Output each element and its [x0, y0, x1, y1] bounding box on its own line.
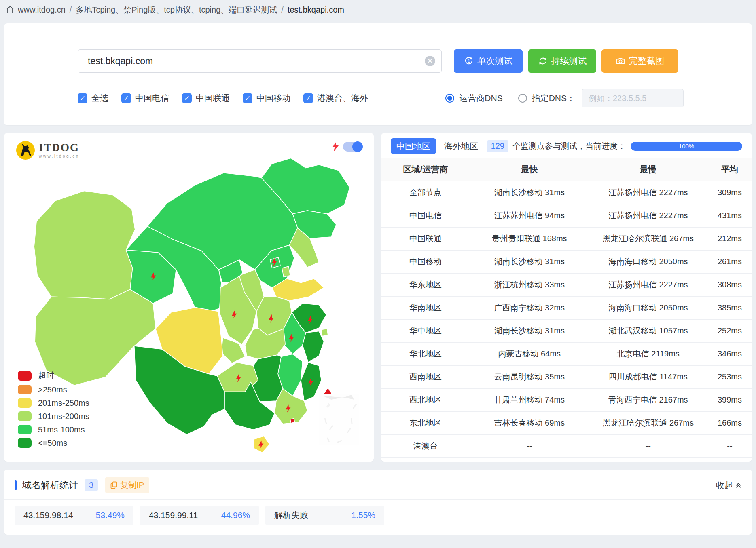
map-card: ITDOG www.itdog.cn 超时>250ms201ms-250ms10…	[4, 133, 374, 462]
table-cell: 399ms	[707, 388, 752, 411]
filter-label: 全选	[91, 93, 108, 104]
filter-label: 中国联通	[196, 93, 230, 104]
table-cell: 华南地区	[381, 296, 470, 319]
stat-label: 43.159.99.11	[149, 510, 198, 520]
single-test-button[interactable]: 1 单次测试	[454, 49, 523, 73]
results-table: 区域/运营商 最快 最慢 平均 全部节点湖南长沙移动 31ms江苏扬州电信 22…	[381, 158, 752, 458]
province-hongkong[interactable]	[290, 419, 294, 423]
table-cell: 湖南长沙移动 31ms	[470, 181, 589, 204]
filter-checkbox-3[interactable]: ✓中国移动	[243, 93, 290, 104]
table-cell: 江苏扬州电信 2227ms	[589, 273, 707, 296]
custom-dns-radio[interactable]	[518, 94, 527, 103]
monitor-text: 个监测点参与测试，当前进度：	[512, 141, 626, 152]
table-cell: 261ms	[707, 250, 752, 273]
table-cell: 253ms	[707, 365, 752, 388]
tab-china[interactable]: 中国地区	[391, 138, 436, 154]
col-fastest: 最快	[470, 158, 589, 181]
host-input[interactable]	[78, 49, 442, 73]
speed-mode-toggle[interactable]	[343, 142, 362, 152]
col-region: 区域/运营商	[381, 158, 470, 181]
table-cell: 江苏扬州电信 2227ms	[589, 204, 707, 227]
legend-label: 51ms-100ms	[38, 425, 85, 434]
resolution-stat-0: 43.159.98.1453.49%	[15, 506, 133, 525]
screenshot-button[interactable]: 完整截图	[601, 49, 678, 73]
province-tianjin[interactable]	[282, 266, 290, 277]
table-cell: 西南地区	[381, 365, 470, 388]
refresh-icon	[538, 56, 548, 66]
tab-overseas[interactable]: 海外地区	[444, 141, 478, 151]
table-row: 港澳台------	[381, 434, 752, 457]
table-cell: 252ms	[707, 319, 752, 342]
continuous-test-button[interactable]: 持续测试	[528, 49, 596, 73]
table-cell: 云南昆明移动 35ms	[470, 365, 589, 388]
svg-text:1: 1	[468, 59, 470, 63]
legend-color-chip	[18, 398, 32, 408]
filter-checkbox-2[interactable]: ✓中国联通	[182, 93, 230, 104]
checkbox-checked-icon[interactable]: ✓	[121, 93, 131, 103]
stat-value: 53.49%	[96, 510, 125, 520]
monitor-count-badge: 129	[487, 140, 508, 152]
col-average: 平均	[707, 158, 752, 181]
table-row: 华北地区内蒙古移动 64ms北京电信 2119ms346ms	[381, 342, 752, 365]
legend-item-3: 101ms-200ms	[18, 411, 89, 421]
table-cell: 中国电信	[381, 204, 470, 227]
stat-value: 44.96%	[221, 510, 250, 520]
checkbox-checked-icon[interactable]: ✓	[78, 93, 87, 103]
camera-icon	[616, 56, 625, 66]
collapse-toggle[interactable]: 收起	[716, 480, 741, 491]
filter-checkbox-0[interactable]: ✓全选	[78, 93, 108, 104]
checkbox-checked-icon[interactable]: ✓	[303, 93, 313, 103]
table-cell: 浙江杭州移动 33ms	[470, 273, 589, 296]
resolution-count-badge: 3	[85, 479, 98, 491]
province-xinjiang[interactable]	[34, 191, 135, 299]
table-cell: 湖北武汉移动 1057ms	[589, 319, 707, 342]
province-zhejiang[interactable]	[303, 331, 324, 362]
filter-checkbox-4[interactable]: ✓港澳台、海外	[303, 93, 368, 104]
checkbox-checked-icon[interactable]: ✓	[243, 93, 252, 103]
filter-label: 中国移动	[256, 93, 290, 104]
filter-label: 港澳台、海外	[317, 93, 368, 104]
carrier-dns-radio[interactable]	[445, 94, 454, 103]
copy-ip-button[interactable]: 复制IP	[105, 477, 149, 493]
copy-icon	[110, 481, 117, 489]
home-icon[interactable]	[6, 5, 15, 14]
resolution-stat-2: 解析失败1.55%	[265, 506, 384, 525]
legend-color-chip	[18, 411, 32, 421]
breadcrumb-path: 多地Tcping、禁Ping版、tcp协议、tcping、端口延迟测试	[76, 4, 277, 15]
table-cell: 青海西宁电信 2167ms	[589, 388, 707, 411]
table-cell: --	[707, 434, 752, 457]
table-cell: 中国移动	[381, 250, 470, 273]
lightning-icon	[332, 142, 339, 152]
table-cell: 308ms	[707, 273, 752, 296]
legend-color-chip	[18, 425, 32, 434]
south-china-sea-inset	[319, 394, 359, 445]
resolution-title: 域名解析统计	[22, 479, 78, 491]
stat-label: 解析失败	[274, 510, 308, 521]
custom-dns-input[interactable]	[582, 89, 684, 107]
resolution-stat-1: 43.159.99.1144.96%	[140, 506, 259, 525]
clear-input-icon[interactable]: ✕	[425, 56, 435, 66]
filter-checkbox-1[interactable]: ✓中国电信	[121, 93, 169, 104]
carrier-dns-label[interactable]: 运营商DNS	[459, 93, 502, 104]
table-row: 中国电信江苏苏州电信 94ms江苏扬州电信 2227ms431ms	[381, 204, 752, 227]
resolution-stats: 43.159.98.1453.49%43.159.99.1144.96%解析失败…	[4, 500, 752, 531]
legend-item-0: 超时	[18, 370, 89, 381]
progress-fill: 100%	[631, 142, 742, 151]
custom-dns-label[interactable]: 指定DNS：	[532, 93, 575, 104]
province-shanghai[interactable]	[322, 329, 328, 336]
breadcrumb-home[interactable]: www.itdog.cn	[18, 5, 66, 15]
table-row: 西南地区云南昆明移动 35ms四川成都电信 1147ms253ms	[381, 365, 752, 388]
legend-label: >250ms	[38, 385, 67, 394]
legend-item-1: >250ms	[18, 385, 89, 394]
table-cell: 166ms	[707, 411, 752, 434]
filter-row: ✓全选✓中国电信✓中国联通✓中国移动✓港澳台、海外	[78, 93, 368, 104]
table-cell: 海南海口移动 2050ms	[589, 296, 707, 319]
resolution-card: 域名解析统计 3 复制IP 收起 43.159.98.1453.49%43.15…	[4, 470, 752, 535]
table-cell: 内蒙古移动 64ms	[470, 342, 589, 365]
progress-bar: 100%	[631, 142, 742, 151]
title-accent-bar	[15, 480, 17, 490]
table-cell: 中国联通	[381, 227, 470, 250]
checkbox-checked-icon[interactable]: ✓	[182, 93, 192, 103]
table-cell: 港澳台	[381, 434, 470, 457]
table-row: 中国移动湖南长沙移动 31ms海南海口移动 2050ms261ms	[381, 250, 752, 273]
